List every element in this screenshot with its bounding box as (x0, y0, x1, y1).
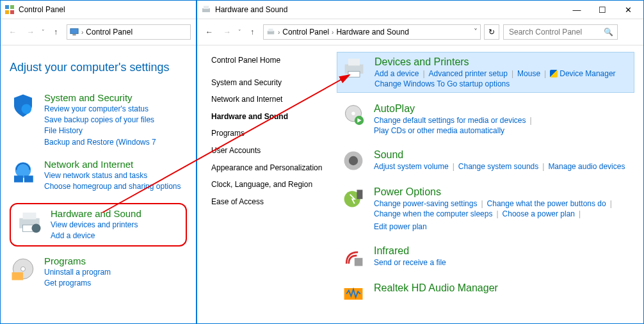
link-printer-setup[interactable]: Advanced printer setup (429, 69, 508, 78)
search-icon: 🔍 (604, 28, 613, 36)
globe-icon (10, 159, 36, 186)
svg-point-15 (21, 266, 26, 271)
category-link[interactable]: Backup and Restore (Windows 7 (44, 137, 156, 147)
link-change-sounds[interactable]: Change system sounds (458, 162, 538, 171)
link-windows-to-go[interactable]: Change Windows To Go startup options (374, 79, 510, 88)
printer-icon (342, 56, 366, 79)
svg-rect-11 (23, 213, 36, 220)
category-link[interactable]: View network status and tasks (44, 170, 181, 181)
svg-point-6 (21, 104, 31, 114)
svg-rect-24 (348, 71, 360, 77)
svg-rect-31 (357, 190, 362, 198)
link-audio-devices[interactable]: Manage audio devices (548, 162, 625, 171)
search-box[interactable]: 🔍 (503, 24, 618, 40)
sidebar-item-users[interactable]: User Accounts (211, 146, 326, 156)
svg-point-29 (349, 156, 358, 165)
forward-button[interactable]: → (220, 25, 234, 39)
category-link[interactable]: Choose homegroup and sharing options (44, 181, 181, 191)
history-dropdown-icon[interactable]: ˅ (238, 29, 241, 35)
category-programs: Programs Uninstall a program Get program… (10, 255, 187, 288)
back-button[interactable]: ← (202, 25, 216, 39)
svg-rect-9 (24, 175, 33, 182)
svg-point-13 (32, 224, 41, 233)
svg-rect-1 (10, 5, 14, 9)
refresh-button[interactable]: ↻ (484, 24, 499, 40)
forward-button[interactable]: → (24, 25, 38, 39)
page-heading: Adjust your computer's settings (10, 61, 187, 74)
shield-icon (10, 92, 36, 119)
category-link[interactable]: Uninstall a program (44, 267, 111, 277)
close-button[interactable]: ✕ (616, 2, 640, 17)
link-autoplay-defaults[interactable]: Change default settings for media or dev… (374, 116, 526, 125)
link-volume[interactable]: Adjust system volume (374, 162, 449, 171)
annotation-highlight: Hardware and Sound View devices and prin… (10, 203, 187, 246)
section-realtek: Realtek HD Audio Manager (337, 279, 634, 309)
sidebar-item-system[interactable]: System and Security (211, 78, 326, 88)
breadcrumb-item[interactable]: Control Panel (282, 28, 329, 36)
svg-rect-3 (10, 10, 14, 14)
category-network: Network and Internet View network status… (10, 159, 187, 191)
category-link[interactable]: File History (44, 126, 156, 136)
category-link[interactable]: Save backup copies of your files (44, 115, 156, 125)
section-title[interactable]: Devices and Printers (374, 56, 616, 68)
sidebar-item-network[interactable]: Network and Internet (211, 95, 326, 105)
svg-rect-23 (348, 59, 360, 66)
svg-rect-16 (12, 272, 24, 280)
category-link[interactable]: View devices and printers (51, 220, 141, 230)
section-title[interactable]: Realtek HD Audio Manager (374, 282, 498, 294)
section-title[interactable]: Sound (374, 149, 625, 161)
sidebar-item-clock[interactable]: Clock, Language, and Region (211, 180, 326, 190)
sidebar-item-home[interactable]: Control Panel Home (211, 56, 326, 66)
svg-point-7 (15, 162, 31, 178)
section-title[interactable]: Power Options (374, 186, 629, 198)
link-power-buttons[interactable]: Change what the power buttons do (487, 199, 606, 208)
up-button[interactable]: ↑ (49, 25, 63, 39)
back-button[interactable]: ← (6, 25, 20, 39)
main-panel: Devices and Printers Add a device| Advan… (333, 45, 643, 323)
breadcrumb[interactable]: › Control Panel › Hardware and Sound ˅ (263, 24, 481, 40)
category-title[interactable]: Network and Internet (44, 159, 181, 170)
link-send-receive[interactable]: Send or receive a file (374, 258, 446, 267)
disc-play-icon (342, 103, 365, 126)
speaker-icon (342, 149, 365, 172)
link-add-device[interactable]: Add a device (374, 69, 419, 78)
link-autoplay-cds[interactable]: Play CDs or other media automatically (374, 126, 504, 135)
link-power-saving[interactable]: Change power-saving settings (374, 199, 477, 208)
breadcrumb-item[interactable]: Hardware and Sound (336, 28, 408, 36)
disc-icon (10, 255, 36, 282)
category-title[interactable]: System and Security (44, 92, 156, 103)
section-autoplay: AutoPlay Change default settings for med… (337, 99, 634, 139)
sidebar: Control Panel Home System and Security N… (197, 45, 333, 323)
breadcrumb[interactable]: › Control Panel (67, 24, 191, 40)
section-title[interactable]: AutoPlay (374, 103, 532, 115)
category-link[interactable]: Get programs (44, 278, 111, 288)
window-title: Hardware and Sound (215, 5, 287, 14)
sidebar-item-access[interactable]: Ease of Access (211, 197, 326, 207)
svg-rect-8 (14, 175, 23, 182)
power-icon (342, 186, 365, 209)
sidebar-item-appearance[interactable]: Appearance and Personalization (211, 163, 326, 174)
up-button[interactable]: ↑ (245, 25, 259, 39)
link-edit-plan[interactable]: Edit power plan (374, 222, 427, 231)
history-dropdown-icon[interactable]: ˅ (42, 29, 45, 35)
search-input[interactable] (508, 27, 600, 37)
sidebar-item-programs[interactable]: Programs (211, 129, 326, 139)
link-sleep[interactable]: Change when the computer sleeps (374, 209, 492, 218)
category-title[interactable]: Hardware and Sound (51, 208, 141, 219)
link-device-manager[interactable]: Device Manager (550, 69, 615, 78)
breadcrumb-item[interactable]: Control Panel (86, 28, 133, 36)
navbar: ← → ˅ ↑ › Control Panel (1, 19, 196, 45)
link-mouse[interactable]: Mouse (517, 69, 540, 78)
category-link[interactable]: Review your computer's status (44, 104, 156, 114)
link-choose-plan[interactable]: Choose a power plan (503, 209, 575, 218)
svg-rect-2 (5, 10, 9, 14)
category-link[interactable]: Add a device (51, 231, 141, 241)
minimize-button[interactable]: — (565, 2, 588, 17)
section-title[interactable]: Infrared (374, 245, 446, 257)
sidebar-item-hardware[interactable]: Hardware and Sound (211, 112, 326, 122)
section-power: Power Options Change power-saving settin… (337, 182, 634, 235)
infrared-icon (342, 245, 365, 268)
maximize-button[interactable]: ☐ (591, 2, 614, 17)
category-title[interactable]: Programs (44, 255, 111, 266)
svg-rect-32 (355, 258, 363, 266)
